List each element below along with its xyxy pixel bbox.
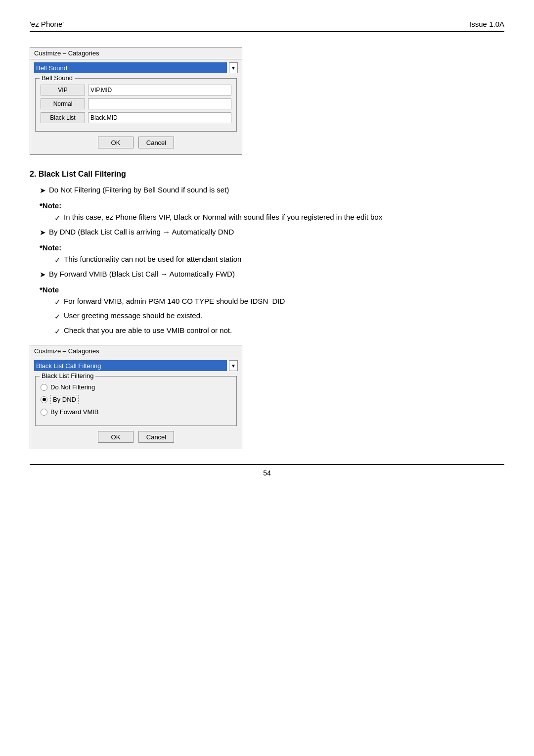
list-item-2: ➤ By DND (Black List Call is arriving → … (40, 227, 504, 238)
radio-by-dnd[interactable] (41, 396, 47, 403)
bell-row-normal: Normal (41, 98, 231, 109)
dialog2-cancel-button[interactable]: Cancel (138, 431, 174, 443)
radio-label-by-fwd-vmib: By Foward VMIB (50, 408, 99, 416)
radio-row-do-not-filtering: Do Not Filtering (41, 383, 231, 391)
note2-check-1-text: This functionality can not be used for a… (64, 254, 241, 265)
radio-row-by-fwd-vmib: By Foward VMIB (41, 408, 231, 416)
section2-content: ➤ Do Not Filtering (Filtering by Bell So… (40, 185, 504, 196)
check-icon-4: ✓ (54, 311, 61, 323)
check-icon-2: ✓ (54, 255, 61, 266)
list-item-1-text: Do Not Filtering (Filtering by Bell Soun… (49, 185, 229, 196)
dialog2-ok-button[interactable]: OK (98, 431, 134, 443)
filter-group-label: Black List Filtering (40, 372, 95, 379)
bell-sound-group: Bell Sound VIP Normal Black List (35, 78, 237, 132)
note2-checks: ✓ This functionality can not be used for… (54, 254, 504, 266)
dialog2-title: Custmize – Catagories (30, 345, 242, 357)
bell-row-vip: VIP (41, 85, 231, 95)
note3-label: *Note (40, 285, 504, 294)
list-item-3-text: By Forward VMIB (Black List Call → Autom… (49, 269, 235, 280)
dropdown-arrow-icon[interactable]: ▼ (229, 62, 238, 73)
vip-button[interactable]: VIP (41, 85, 85, 95)
radio-do-not-filtering[interactable] (41, 384, 47, 391)
dialog1-title: Custmize – Catagories (30, 47, 242, 59)
dialog1-buttons: OK Cancel (30, 137, 242, 148)
normal-input[interactable] (88, 98, 231, 109)
note3-checks: ✓ For forward VMIB, admin PGM 140 CO TYP… (54, 296, 504, 337)
list-item-3: ➤ By Forward VMIB (Black List Call → Aut… (40, 269, 504, 281)
note2-label: *Note: (40, 243, 504, 252)
check-icon-1: ✓ (54, 213, 61, 224)
section2-item3: ➤ By Forward VMIB (Black List Call → Aut… (40, 269, 504, 281)
note3-check-3: ✓ Check that you are able to use VMIB co… (54, 325, 504, 337)
note2-check-1: ✓ This functionality can not be used for… (54, 254, 504, 266)
note3-check-2-text: User greeting message should be existed. (64, 310, 202, 322)
note1-label: *Note: (40, 201, 504, 210)
page-header: 'ez Phone' Issue 1.0A (30, 20, 504, 32)
list-item-2-text: By DND (Black List Call is arriving → Au… (49, 227, 234, 238)
note3-check-1: ✓ For forward VMIB, admin PGM 140 CO TYP… (54, 296, 504, 308)
list-item-1: ➤ Do Not Filtering (Filtering by Bell So… (40, 185, 504, 196)
bell-row-blacklist: Black List (41, 112, 231, 123)
dialog1-dropdown[interactable]: Bell Sound (34, 62, 227, 73)
dialog2-dropdown[interactable]: Black List Call Filtering (34, 360, 227, 371)
header-left: 'ez Phone' (30, 20, 64, 28)
dialog1-dropdown-row: Bell Sound ▼ (30, 59, 242, 76)
dialog1-ok-button[interactable]: OK (98, 137, 134, 148)
note3-check-3-text: Check that you are able to use VMIB cont… (64, 325, 232, 336)
section2-heading: 2. Black List Call Filtering (30, 170, 504, 179)
note1-checks: ✓ In this case, ez Phone filters VIP, Bl… (54, 212, 504, 224)
filter-group: Black List Filtering Do Not Filtering By… (35, 376, 237, 426)
radio-by-fwd-vmib[interactable] (41, 409, 47, 416)
page-footer: 54 (30, 464, 504, 477)
check-icon-5: ✓ (54, 326, 61, 337)
blacklist-button[interactable]: Black List (41, 112, 85, 123)
note3-check-1-text: For forward VMIB, admin PGM 140 CO TYPE … (64, 296, 285, 307)
filter-dialog: Custmize – Catagories Black List Call Fi… (30, 345, 242, 449)
dialog2-dropdown-row: Black List Call Filtering ▼ (30, 357, 242, 374)
dialog2-buttons: OK Cancel (30, 431, 242, 443)
blacklist-input[interactable] (88, 112, 231, 123)
dialog1-cancel-button[interactable]: Cancel (138, 137, 174, 148)
filter-dropdown-arrow-icon[interactable]: ▼ (229, 360, 238, 371)
arrow-bullet-2: ➤ (40, 227, 46, 238)
check-icon-3: ✓ (54, 297, 61, 308)
bell-sound-dialog: Custmize – Catagories Bell Sound ▼ Bell … (30, 47, 242, 155)
note1-check-1-text: In this case, ez Phone filters VIP, Blac… (64, 212, 382, 223)
note3-check-2: ✓ User greeting message should be existe… (54, 310, 504, 323)
header-right: Issue 1.0A (469, 20, 504, 28)
arrow-bullet-1: ➤ (40, 185, 46, 196)
group-label: Bell Sound (40, 74, 75, 82)
note1-check-1: ✓ In this case, ez Phone filters VIP, Bl… (54, 212, 504, 224)
vip-input[interactable] (88, 85, 231, 95)
section2-item2: ➤ By DND (Black List Call is arriving → … (40, 227, 504, 238)
normal-button[interactable]: Normal (41, 98, 85, 109)
page-number: 54 (263, 469, 271, 477)
arrow-bullet-3: ➤ (40, 269, 46, 281)
radio-row-by-dnd: By DND (41, 395, 231, 404)
radio-label-do-not-filtering: Do Not Filtering (50, 383, 95, 391)
radio-label-by-dnd: By DND (50, 395, 79, 404)
